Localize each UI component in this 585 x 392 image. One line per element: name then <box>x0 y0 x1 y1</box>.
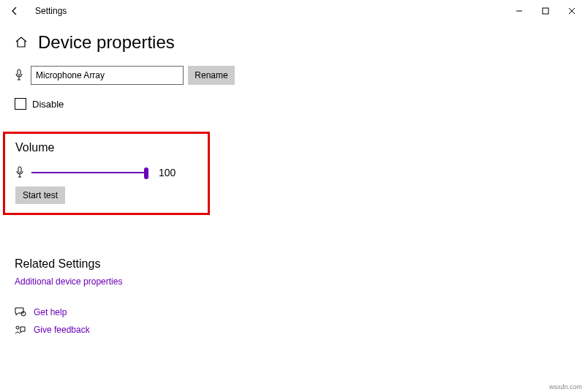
home-icon[interactable] <box>15 36 28 49</box>
volume-section: Volume 100 Start test <box>3 132 210 215</box>
related-settings-section: Related Settings Additional device prope… <box>15 257 585 287</box>
disable-label: Disable <box>32 99 64 110</box>
slider-thumb[interactable] <box>144 167 148 179</box>
back-icon[interactable] <box>7 6 22 16</box>
slider-track-line <box>31 172 148 173</box>
volume-slider-row: 100 <box>15 166 199 179</box>
additional-device-properties-link[interactable]: Additional device properties <box>15 276 585 287</box>
page-title: Device properties <box>38 32 175 53</box>
close-icon[interactable] <box>559 0 585 22</box>
device-name-input[interactable] <box>31 66 184 85</box>
window-controls <box>506 0 585 22</box>
microphone-icon <box>15 69 25 82</box>
svg-rect-1 <box>543 8 548 14</box>
feedback-icon <box>15 325 26 335</box>
svg-rect-2 <box>18 69 20 75</box>
help-section: Get help Give feedback <box>15 307 585 335</box>
svg-point-5 <box>16 326 19 329</box>
device-name-row: Rename <box>15 66 585 85</box>
volume-heading: Volume <box>15 141 199 154</box>
volume-value: 100 <box>159 167 176 178</box>
microphone-icon <box>15 166 26 179</box>
related-settings-heading: Related Settings <box>15 257 585 271</box>
minimize-icon[interactable] <box>506 0 532 22</box>
give-feedback-row: Give feedback <box>15 325 585 335</box>
titlebar: Settings <box>0 0 585 22</box>
rename-button[interactable]: Rename <box>188 66 235 85</box>
start-test-button[interactable]: Start test <box>15 186 65 204</box>
app-title: Settings <box>35 6 67 16</box>
disable-row: Disable <box>15 98 585 110</box>
svg-rect-3 <box>18 167 21 173</box>
maximize-icon[interactable] <box>532 0 559 22</box>
get-help-row: Get help <box>15 307 585 317</box>
disable-checkbox[interactable] <box>15 98 26 110</box>
page-heading-row: Device properties <box>15 32 585 53</box>
watermark: wsxdn.com <box>549 383 582 391</box>
get-help-link[interactable]: Get help <box>34 307 67 317</box>
volume-slider[interactable] <box>31 167 148 178</box>
chat-icon <box>15 307 26 317</box>
give-feedback-link[interactable]: Give feedback <box>34 325 90 335</box>
